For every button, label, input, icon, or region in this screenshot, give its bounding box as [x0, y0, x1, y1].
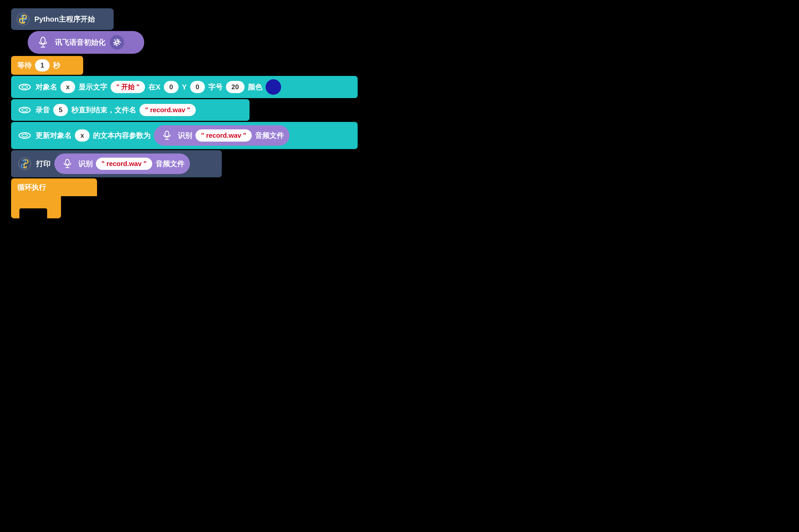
- print-recognize-label: 识别: [78, 159, 93, 169]
- display-text-block[interactable]: 对象名 x 显示文字 " 开始 " 在X 0 Y 0 字号 20 颜色: [11, 76, 358, 98]
- svg-point-28: [25, 167, 26, 168]
- svg-rect-10: [113, 42, 114, 43]
- python-start-label: Python主程序开始: [34, 14, 95, 24]
- loop-top-block[interactable]: 循环执行: [11, 178, 97, 196]
- audio-file-label: 音频文件: [255, 131, 284, 140]
- wait-suffix: 秒: [53, 61, 60, 70]
- y-val-pill[interactable]: 0: [190, 81, 205, 93]
- record-suffix: 秒直到结束，文件名: [71, 105, 136, 115]
- obj-name-label: 对象名: [36, 82, 57, 92]
- loop-label: 循环执行: [17, 183, 46, 192]
- blocks-container: Python主程序开始 讯飞语音初始化: [11, 8, 358, 218]
- svg-rect-8: [117, 39, 117, 40]
- xunfei-init-block[interactable]: 讯飞语音初始化: [28, 31, 144, 54]
- loop-block-container: 循环执行: [11, 178, 97, 218]
- svg-point-27: [23, 160, 24, 161]
- print-filename-pill[interactable]: " record.wav ": [96, 158, 152, 170]
- loop-notch: [19, 208, 47, 218]
- svg-point-17: [19, 84, 30, 90]
- python-icon: [16, 12, 31, 26]
- svg-point-22: [22, 134, 27, 137]
- record-seconds-pill[interactable]: 5: [53, 104, 68, 116]
- gear-button[interactable]: [110, 35, 124, 50]
- xunfei-init-block-wrapper: 讯飞语音初始化: [28, 31, 144, 55]
- recognize-label: 识别: [178, 131, 192, 140]
- svg-rect-9: [117, 45, 117, 46]
- mic-icon: [36, 35, 51, 50]
- svg-point-18: [22, 86, 27, 89]
- print-prefix: 打印: [36, 159, 51, 169]
- svg-rect-13: [114, 44, 115, 45]
- svg-point-3: [41, 37, 45, 44]
- speech-recognize-inner-block[interactable]: 识别 " record.wav " 音频文件: [154, 125, 290, 146]
- print-block[interactable]: 打印 识别 " record.wav " 音频文件: [11, 150, 222, 177]
- print-recognize-inner-block[interactable]: 识别 " record.wav " 音频文件: [54, 153, 190, 174]
- ring-icon-2: [17, 102, 32, 117]
- svg-rect-12: [118, 39, 120, 41]
- obj-var-pill[interactable]: x: [60, 81, 75, 93]
- record-block[interactable]: 录音 5 秒直到结束，文件名 " record.wav ": [11, 99, 249, 121]
- update-prefix: 更新对象名: [36, 131, 72, 140]
- wait-value[interactable]: 1: [35, 59, 50, 72]
- svg-point-1: [21, 15, 22, 16]
- recognize-filename-pill[interactable]: " record.wav ": [196, 129, 252, 141]
- loop-bottom-block: [11, 196, 61, 218]
- wait-prefix: 等待: [17, 61, 32, 70]
- svg-point-29: [66, 159, 69, 165]
- python-start-block[interactable]: Python主程序开始: [11, 8, 114, 30]
- record-filename-pill[interactable]: " record.wav ": [140, 104, 196, 116]
- color-picker[interactable]: [265, 79, 281, 95]
- text-value-pill[interactable]: " 开始 ": [111, 81, 145, 93]
- svg-point-21: [19, 133, 30, 138]
- svg-point-20: [22, 109, 27, 111]
- color-label: 颜色: [248, 82, 262, 92]
- mic-icon-print: [60, 156, 75, 171]
- update-middle: 的文本内容参数为: [93, 131, 151, 140]
- record-prefix: 录音: [36, 105, 50, 115]
- wait-block[interactable]: 等待 1 秒: [11, 56, 83, 75]
- y-label: Y: [182, 83, 187, 92]
- python-icon-bottom: [17, 156, 32, 171]
- display-label: 显示文字: [78, 82, 107, 92]
- in-x-label: 在X: [148, 82, 160, 92]
- x-val-pill[interactable]: 0: [164, 81, 179, 93]
- xunfei-init-label: 讯飞语音初始化: [55, 38, 105, 48]
- ring-icon-3: [17, 128, 32, 143]
- svg-point-23: [165, 131, 169, 137]
- font-label: 字号: [208, 82, 223, 92]
- update-object-block[interactable]: 更新对象名 x 的文本内容参数为 识别 " record.wav " 音频文件: [11, 122, 358, 149]
- svg-rect-11: [119, 42, 121, 43]
- svg-point-19: [19, 107, 30, 113]
- font-val-pill[interactable]: 20: [226, 81, 244, 93]
- svg-point-2: [23, 22, 25, 23]
- print-audio-label: 音频文件: [155, 159, 184, 169]
- mic-icon-inner: [160, 128, 174, 143]
- ring-icon: [17, 79, 32, 94]
- update-var-pill[interactable]: x: [75, 129, 90, 141]
